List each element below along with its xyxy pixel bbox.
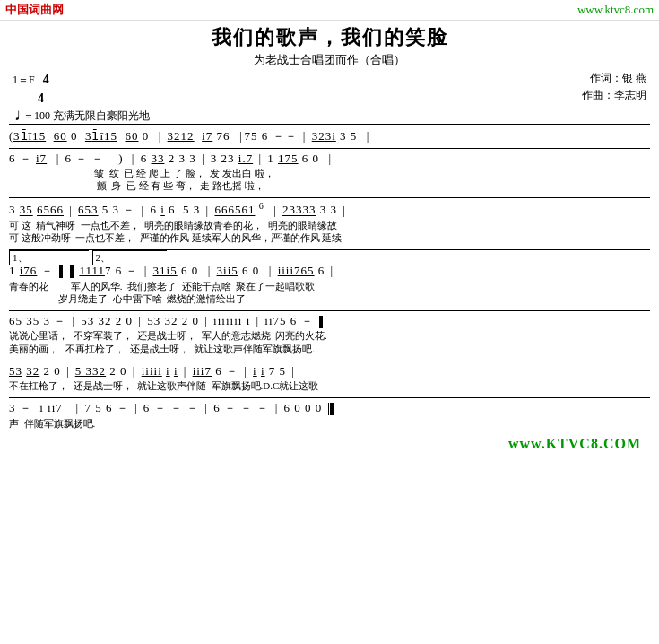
left-info: 1＝F 44 ♩＝100 充满无限自豪阳光地: [13, 70, 150, 124]
bottom-logo-text: www.KTVC8.COM: [508, 436, 641, 451]
subtitle: 为老战士合唱团而作（合唱）: [9, 52, 650, 68]
bottom-logo: www.KTVC8.COM: [9, 434, 650, 452]
title-section: 我们的歌声，我们的笑脸 为老战士合唱团而作（合唱）: [9, 24, 650, 68]
score-area: (31̄ī15 60 0 31̄ī15 60 0 | 3212 i7 76 |7…: [9, 124, 650, 434]
site-name-left: 中国词曲网: [5, 2, 64, 18]
song-title: 我们的歌声，我们的笑脸: [9, 24, 650, 51]
right-info: 作词：银 燕 作曲：李志明: [582, 70, 646, 104]
site-name-right: www.ktvc8.com: [577, 3, 654, 17]
top-bar: 中国词曲网 www.ktvc8.com: [0, 0, 659, 21]
